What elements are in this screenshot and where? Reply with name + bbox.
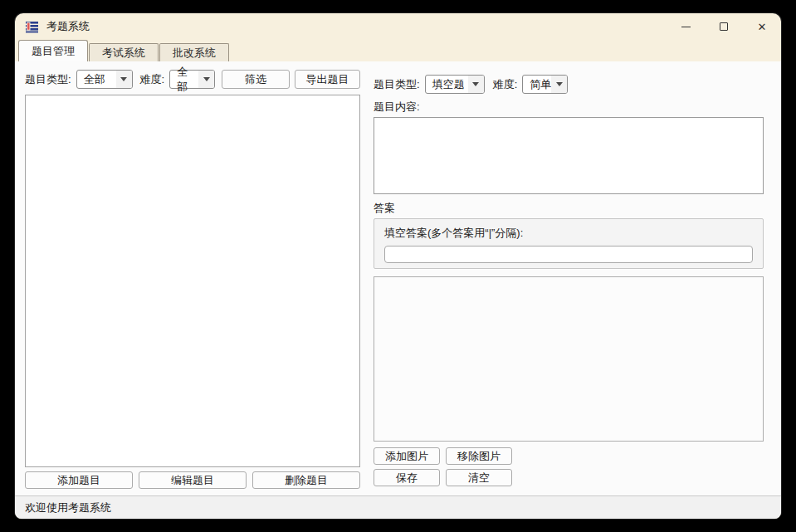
title-bar[interactable]: 考题系统 ✕: [15, 13, 781, 40]
clear-button[interactable]: 清空: [446, 469, 512, 486]
delete-question-button[interactable]: 删除题目: [252, 471, 360, 489]
question-listbox[interactable]: [25, 95, 360, 467]
window-title: 考题系统: [46, 19, 90, 34]
editor-difficulty-label: 难度:: [493, 77, 518, 92]
chevron-down-icon[interactable]: [198, 71, 214, 88]
add-image-button[interactable]: 添加图片: [374, 447, 440, 465]
tab-label: 考试系统: [102, 46, 145, 61]
question-content-textarea[interactable]: [374, 117, 764, 194]
type-filter-label: 题目类型:: [25, 72, 71, 87]
tab-question-management[interactable]: 题目管理: [18, 40, 88, 61]
image-actions-row: 添加图片 移除图片: [374, 447, 764, 465]
editor-difficulty-combobox[interactable]: 简单: [522, 75, 568, 94]
editor-difficulty-value: 简单: [530, 77, 551, 92]
edit-question-button[interactable]: 编辑题目: [139, 471, 247, 489]
editor-type-row: 题目类型: 填空题 难度: 简单: [374, 75, 764, 94]
app-icon: [25, 20, 39, 34]
difficulty-filter-combobox[interactable]: 全部: [169, 70, 215, 89]
desktop: { "window": { "title": "考题系统" }, "tabs":…: [0, 0, 796, 532]
tab-bar: 题目管理 考试系统 批改系统: [15, 40, 781, 61]
tab-label: 题目管理: [32, 44, 75, 59]
tab-label: 批改系统: [173, 46, 216, 61]
image-preview-box[interactable]: [374, 276, 764, 442]
editor-type-combobox[interactable]: 填空题: [425, 75, 485, 94]
question-editor-panel: 题目类型: 填空题 难度: 简单 题目内容: 答案 填空答案(多个答案用“|”分…: [374, 68, 764, 489]
tab-grading-system[interactable]: 批改系统: [159, 43, 229, 61]
main-content: 题目类型: 全部 难度: 全部 筛选 导出题目 添加题目 编辑题目 删除题目: [15, 61, 781, 495]
chevron-down-icon[interactable]: [116, 71, 132, 88]
tab-exam-system[interactable]: 考试系统: [89, 43, 159, 61]
type-filter-value: 全部: [84, 72, 105, 87]
maximize-button[interactable]: [705, 13, 743, 40]
answer-hint-label: 填空答案(多个答案用“|”分隔):: [384, 226, 753, 241]
save-button[interactable]: 保存: [374, 469, 440, 486]
question-list-panel: 题目类型: 全部 难度: 全部 筛选 导出题目 添加题目 编辑题目 删除题目: [25, 68, 360, 489]
save-actions-row: 保存 清空: [374, 469, 764, 486]
filter-row: 题目类型: 全部 难度: 全部 筛选 导出题目: [25, 70, 360, 89]
status-message: 欢迎使用考题系统: [25, 500, 111, 515]
close-button[interactable]: ✕: [743, 13, 781, 40]
answer-section-label: 答案: [374, 201, 764, 216]
answer-groupbox: 填空答案(多个答案用“|”分隔):: [374, 218, 764, 269]
difficulty-filter-label: 难度:: [140, 72, 165, 87]
chevron-down-icon[interactable]: [551, 76, 567, 93]
remove-image-button[interactable]: 移除图片: [446, 447, 512, 465]
close-icon: ✕: [758, 22, 767, 32]
type-filter-combobox[interactable]: 全部: [76, 70, 133, 89]
app-window: 考题系统 ✕ 题目管理 考试系统 批改系统 题目类型: 全部: [15, 13, 781, 519]
filter-button[interactable]: 筛选: [222, 70, 290, 89]
question-content-label: 题目内容:: [374, 100, 764, 115]
question-actions-row: 添加题目 编辑题目 删除题目: [25, 471, 360, 489]
export-questions-button[interactable]: 导出题目: [295, 70, 360, 89]
minimize-button[interactable]: [667, 13, 705, 40]
editor-type-value: 填空题: [432, 77, 465, 92]
editor-type-label: 题目类型:: [374, 77, 420, 92]
difficulty-filter-value: 全部: [177, 65, 198, 95]
window-controls: ✕: [667, 13, 781, 40]
maximize-icon: [720, 22, 728, 31]
status-bar: 欢迎使用考题系统: [15, 495, 781, 519]
minimize-icon: [681, 27, 691, 27]
chevron-down-icon[interactable]: [468, 76, 484, 93]
add-question-button[interactable]: 添加题目: [25, 471, 133, 489]
answer-input[interactable]: [384, 246, 753, 263]
